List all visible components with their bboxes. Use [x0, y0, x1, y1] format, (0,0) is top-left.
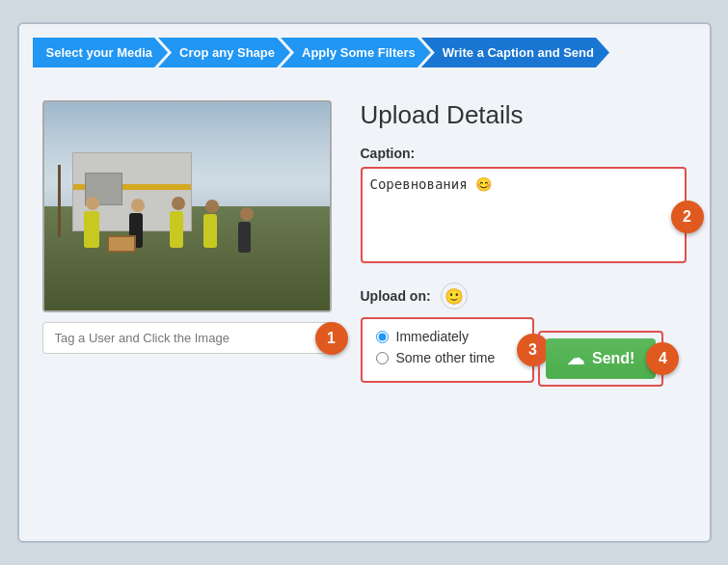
step-3-label: Apply Some Filters — [302, 45, 416, 60]
send-icon: ☁ — [567, 348, 584, 369]
emoji-button[interactable]: 🙂 — [441, 282, 468, 309]
step-4[interactable]: Write a Caption and Send — [421, 38, 609, 67]
table — [107, 235, 136, 253]
person-4 — [203, 214, 217, 248]
photo-scene — [44, 102, 330, 310]
tag-user-input[interactable] — [55, 331, 319, 345]
badge-4: 4 — [646, 342, 679, 375]
upload-title: Upload Details — [361, 100, 687, 130]
radio-other-time-input[interactable] — [376, 352, 389, 364]
upload-on-label: Upload on: — [361, 288, 431, 304]
badge-2: 2 — [671, 201, 704, 233]
main-content: 1 Upload Details Caption: 2 Upload on: 🙂 — [19, 81, 710, 416]
pole — [58, 165, 61, 238]
left-panel: 1 — [42, 100, 332, 396]
radio-other-time[interactable]: Some other time — [376, 350, 519, 365]
app-window: Select your Media Crop any Shape Apply S… — [17, 22, 712, 543]
step-1[interactable]: Select your Media — [33, 38, 169, 67]
steps-bar: Select your Media Crop any Shape Apply S… — [19, 24, 710, 81]
send-button[interactable]: ☁ Send! — [546, 338, 656, 379]
person-1 — [84, 211, 99, 248]
person-3 — [170, 211, 183, 248]
radio-immediately-label: Immediately — [396, 329, 469, 344]
badge-1: 1 — [315, 322, 348, 355]
radio-other-time-label: Some other time — [396, 350, 496, 365]
send-wrapper: ☁ Send! 4 — [538, 331, 663, 387]
image-preview[interactable] — [42, 100, 332, 312]
building-stripe — [73, 184, 191, 190]
step-2[interactable]: Crop any Shape — [158, 38, 290, 67]
upload-on-row: Upload on: 🙂 — [361, 282, 687, 309]
tag-input-wrapper: 1 — [42, 322, 332, 354]
person-5 — [238, 222, 251, 253]
radio-immediately-input[interactable] — [376, 331, 389, 343]
send-label: Send! — [592, 350, 634, 367]
caption-textarea[interactable] — [361, 167, 687, 263]
step-2-label: Crop any Shape — [179, 45, 275, 60]
radio-immediately[interactable]: Immediately — [376, 329, 519, 344]
right-panel: Upload Details Caption: 2 Upload on: 🙂 I… — [361, 100, 687, 396]
radio-group: Immediately Some other time 3 — [361, 317, 534, 383]
step-4-label: Write a Caption and Send — [443, 45, 594, 60]
step-1-label: Select your Media — [46, 45, 153, 60]
step-3[interactable]: Apply Some Filters — [281, 38, 431, 67]
caption-label: Caption: — [361, 146, 687, 161]
caption-wrapper: 2 — [361, 167, 687, 267]
